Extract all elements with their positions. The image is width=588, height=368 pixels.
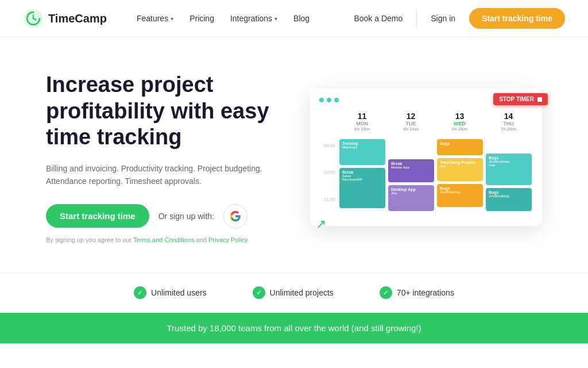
logo-icon bbox=[23, 8, 44, 29]
svg-point-1 bbox=[32, 17, 34, 20]
google-icon bbox=[230, 210, 241, 222]
google-signup-button[interactable] bbox=[223, 204, 247, 228]
book-demo-link[interactable]: Book a Demo bbox=[347, 9, 409, 28]
hero-actions: Start tracking time Or sign up with: bbox=[46, 204, 287, 228]
event-training: Training Meetings bbox=[339, 139, 385, 165]
logo[interactable]: TimeCamp bbox=[23, 8, 107, 29]
cal-header-tue: 12 TUE 6h 24m bbox=[386, 109, 435, 134]
chevron-down-icon: ▾ bbox=[171, 16, 173, 22]
navbar: TimeCamp Features ▾ Pricing Integrations… bbox=[0, 0, 588, 37]
cal-col-mon: Training Meetings Break Sales Services/H… bbox=[338, 136, 386, 217]
dot-3 bbox=[334, 98, 339, 102]
time-label-11: 11:00 bbox=[319, 195, 338, 212]
event-break-sales: Break Sales Services/HR bbox=[339, 168, 385, 208]
cal-header-mon: 11 MON 6h 18m bbox=[338, 109, 386, 134]
hero-subtitle: Billing and invoicing. Productivity trac… bbox=[46, 162, 287, 188]
hero-right: STOP TIMER 11 MON 6h 18m 12 TUE 6h 24m 1… bbox=[310, 89, 542, 226]
nav-blog[interactable]: Blog bbox=[287, 9, 316, 28]
event-break-mobile: Break Mobile App bbox=[388, 159, 434, 182]
nav-right: Book a Demo Sign in Start tracking time bbox=[347, 8, 565, 29]
event-bugs-thu2: Bugs Jira/Desktop bbox=[486, 188, 532, 211]
nav-pricing[interactable]: Pricing bbox=[183, 9, 221, 28]
event-timecamp-project: TimeCamp Project Jira bbox=[437, 158, 483, 181]
calendar-card: STOP TIMER 11 MON 6h 18m 12 TUE 6h 24m 1… bbox=[310, 89, 542, 226]
check-icon-integrations: ✓ bbox=[380, 286, 392, 299]
feature-unlimited-projects: ✓ Unlimited projects bbox=[253, 286, 334, 299]
nav-divider bbox=[416, 10, 417, 27]
or-signup-text: Or sign up with: bbox=[158, 212, 214, 221]
check-icon-users: ✓ bbox=[134, 286, 146, 299]
event-desktop-jira: Desktop App Jira bbox=[388, 185, 434, 211]
dot-2 bbox=[327, 98, 331, 102]
check-icon-projects: ✓ bbox=[253, 286, 265, 299]
logo-text: TimeCamp bbox=[48, 12, 107, 25]
time-label-10: 10:00 bbox=[319, 168, 338, 185]
cal-col-wed: Bugs TimeCamp Project Jira Bugs Jira/Des… bbox=[435, 136, 484, 217]
hero-cta-button[interactable]: Start tracking time bbox=[46, 204, 149, 228]
hero-left: Increase project profitability with easy… bbox=[46, 72, 287, 243]
nav-features[interactable]: Features ▾ bbox=[130, 9, 180, 28]
trusted-banner: Trusted by 18,000 teams from all over th… bbox=[0, 313, 588, 343]
event-bugs-wed1: Bugs bbox=[437, 139, 483, 155]
privacy-policy-link[interactable]: Privacy Policy bbox=[208, 236, 247, 243]
calendar-body: 09:00 10:00 11:00 Training Meetings Brea… bbox=[319, 136, 533, 217]
terms-conditions-link[interactable]: Terms and Conditions bbox=[133, 236, 194, 243]
chevron-down-icon: ▾ bbox=[274, 16, 277, 22]
terms-text: By signing up you agree to our Terms and… bbox=[46, 236, 287, 243]
time-column: 09:00 10:00 11:00 bbox=[319, 136, 338, 217]
cal-header-wed: 13 WED 6h 26m bbox=[435, 109, 484, 134]
dot-1 bbox=[319, 98, 324, 102]
calendar-header: 11 MON 6h 18m 12 TUE 6h 24m 13 WED 6h 26… bbox=[319, 109, 533, 134]
stop-timer-badge[interactable]: STOP TIMER bbox=[493, 93, 548, 105]
navbar-cta-button[interactable]: Start tracking time bbox=[469, 8, 565, 29]
nav-links: Features ▾ Pricing Integrations ▾ Blog bbox=[130, 9, 347, 28]
stop-icon bbox=[537, 97, 542, 102]
nav-integrations[interactable]: Integrations ▾ bbox=[223, 9, 284, 28]
event-bugs-wed2: Bugs Jira/Desktop bbox=[437, 184, 483, 207]
hero-title: Increase project profitability with easy… bbox=[46, 72, 287, 151]
time-label-9: 09:00 bbox=[319, 142, 338, 158]
cal-col-thu: Bugs Jira/Desktop App Bugs Jira/Desktop bbox=[484, 136, 533, 217]
cal-header-thu: 14 THU 7h 28m bbox=[484, 109, 533, 134]
feature-integrations: ✓ 70+ integrations bbox=[380, 286, 454, 299]
event-bugs-thu1: Bugs Jira/Desktop App bbox=[486, 154, 532, 185]
arrow-decoration: ↗ bbox=[316, 217, 326, 232]
feature-unlimited-users: ✓ Unlimited users bbox=[134, 286, 206, 299]
cal-col-tue: Break Mobile App Desktop App Jira bbox=[386, 136, 435, 217]
sign-in-link[interactable]: Sign in bbox=[424, 9, 462, 28]
features-strip: ✓ Unlimited users ✓ Unlimited projects ✓… bbox=[0, 272, 588, 313]
hero-section: Increase project profitability with easy… bbox=[0, 37, 588, 266]
